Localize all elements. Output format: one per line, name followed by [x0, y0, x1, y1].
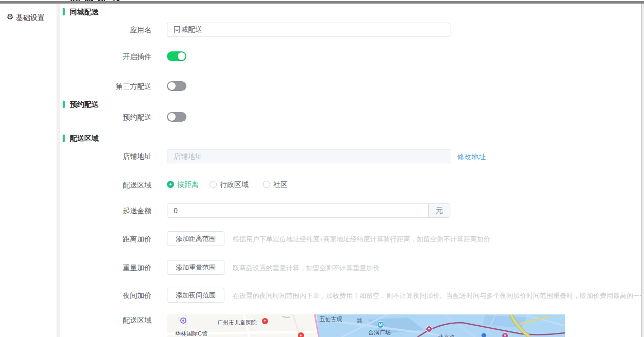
radio-by-distance[interactable] [167, 181, 174, 188]
reserve-label: 预约配送 [69, 114, 151, 121]
sidebar: ⚙︎ 基础设置 [0, 4, 56, 337]
plugin-enabled-label: 开启插件 [69, 53, 151, 61]
venue-pin-icon [180, 317, 186, 324]
app-name-label: 应用名 [69, 26, 151, 34]
edit-address-link[interactable]: 修改地址 [457, 153, 486, 162]
map-label-wuxian: 五仙古观 [319, 315, 342, 323]
app-name-input[interactable] [167, 23, 450, 37]
shop-address-label: 店铺地址 [69, 153, 151, 160]
section-title-reserve-delivery: 预约配送 [70, 101, 99, 108]
weight-fee-label: 重量加价 [69, 264, 151, 272]
top-divider-bar [0, 1, 644, 4]
section-title-city-delivery: 同城配送 [70, 8, 99, 16]
section-marker [63, 8, 65, 15]
delivery-settings-page: 同城配送 ⚙︎ 基础设置 同城配送 应用名 开启插件 第三方配送 预约配送 预约… [0, 0, 644, 337]
section-title-delivery-area: 配送区域 [70, 135, 99, 142]
min-amount-group: 元 [167, 203, 450, 218]
hospital-cross-icon: + [261, 317, 269, 325]
min-amount-label: 起送金额 [69, 207, 151, 215]
hospital-cross-icon: + [297, 332, 305, 337]
min-amount-unit: 元 [428, 204, 450, 217]
scrollbar-track[interactable] [641, 4, 644, 337]
map-label-hospital: 广州市儿童医院 [217, 319, 257, 327]
radio-admin-region[interactable] [210, 181, 217, 188]
radio-community[interactable] [263, 181, 270, 188]
toggle-knob [178, 52, 185, 60]
area-map-label: 配送区域 [69, 316, 151, 324]
reserve-toggle[interactable] [167, 112, 186, 122]
add-weight-range-button[interactable]: 添加重量范围 [167, 260, 224, 275]
metro-station-icon: M [377, 321, 384, 328]
map-label-beijinglu: 北京路 [438, 333, 455, 337]
radio-by-distance-label[interactable]: 按距离 [177, 181, 199, 189]
gear-icon: ⚙︎ [7, 13, 13, 21]
third-party-label: 第三方配送 [69, 83, 151, 90]
road-badge-icon: Y [502, 332, 508, 337]
map-label-herun: 合润广场 [368, 329, 391, 336]
min-amount-input[interactable] [167, 204, 428, 217]
map-label-hualin: 华林国际C馆 [175, 330, 207, 337]
toggle-knob [168, 113, 176, 121]
plugin-enabled-toggle[interactable] [167, 51, 186, 61]
add-distance-range-button[interactable]: 添加距离范围 [167, 231, 224, 246]
sidebar-item-basic-settings[interactable]: ⚙︎ 基础设置 [0, 10, 56, 25]
radio-community-label[interactable]: 社区 [273, 181, 288, 189]
toggle-knob [168, 82, 176, 90]
night-fee-hint: 在设置的夜间时间范围内下单，加收费用！如留空，则不计算夜间加价。当配送时间与多个… [233, 292, 642, 299]
delivery-area-map[interactable]: 华林国际C馆 广州市儿童医院 + + 五仙古观 路 M 合润广场 Y 北京路 Y [167, 314, 565, 337]
night-fee-label: 夜间加价 [69, 292, 151, 299]
sidebar-item-label: 基础设置 [16, 13, 45, 23]
add-night-range-button[interactable]: 添加夜间范围 [167, 288, 224, 303]
map-label-lu: 路 [357, 317, 363, 325]
shop-address-input[interactable] [167, 149, 450, 163]
section-marker [63, 101, 65, 108]
distance-fee-hint: 根据用户下单定位地址经纬度+商家地址经纬度计算骑行距离，如留空则不计算距离加价 [233, 235, 642, 243]
distance-fee-label: 距离加价 [69, 235, 151, 243]
third-party-toggle[interactable] [167, 81, 186, 91]
sidebar-content-gap [56, 4, 60, 337]
road-badge-icon: Y [426, 326, 432, 332]
section-marker [63, 135, 65, 142]
area-type-label: 配送区域 [69, 181, 151, 189]
radio-admin-region-label[interactable]: 行政区域 [220, 181, 249, 189]
weight-fee-hint: 取商品设置的重量计算，如留空则不计算重量加价 [233, 264, 642, 272]
